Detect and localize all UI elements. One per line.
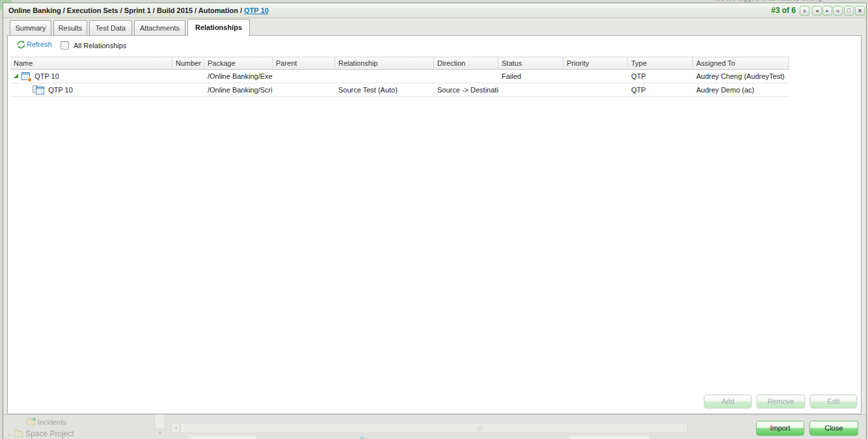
- scrollbar-grip-icon: [477, 426, 483, 431]
- status-cell: [498, 83, 563, 96]
- relationships-table: Name Number Package Parent Relationship …: [10, 57, 789, 97]
- priority-cell: [563, 83, 628, 96]
- folder-icon: [14, 431, 23, 437]
- number-cell: [172, 70, 204, 83]
- priority-cell: [563, 70, 628, 83]
- linked-test-run-icon: [33, 85, 44, 94]
- failed-badge-icon: [27, 78, 32, 82]
- import-button[interactable]: Import: [756, 421, 804, 436]
- add-button[interactable]: Add: [704, 395, 752, 408]
- background-field: [568, 435, 650, 439]
- column-header-package[interactable]: Package: [204, 57, 273, 70]
- dialog-header: Online Banking / Execution Sets / Sprint…: [3, 3, 866, 18]
- name-cell: QTP 10: [10, 83, 172, 96]
- background-field: [189, 435, 257, 439]
- all-relationships-checkbox[interactable]: [61, 41, 69, 50]
- column-header-direction[interactable]: Direction: [434, 57, 498, 70]
- tab-attachments[interactable]: Attachments: [134, 20, 185, 35]
- table-header-row: Name Number Package Parent Relationship …: [10, 57, 789, 70]
- sidebar-item-incidents: Incidents: [27, 418, 66, 426]
- first-item-button[interactable]: «: [800, 6, 809, 16]
- relationship-cell: Source Test (Auto): [335, 83, 434, 96]
- table-row[interactable]: QTP 10 /Online Banking/Scri Source Test …: [10, 83, 789, 97]
- all-relationships-label: All Relationships: [74, 42, 126, 50]
- package-cell: /Online Banking/Scri: [204, 83, 273, 96]
- previous-item-button[interactable]: ◂: [812, 6, 822, 16]
- footer-band: Incidents ▷Space Project ▼ ◂ Import Clos…: [3, 414, 866, 439]
- tab-relationships[interactable]: Relationships: [187, 19, 250, 36]
- assigned-to-cell: Audrey Cheng (AudreyTest): [693, 70, 789, 83]
- relationships-toolbar: Refresh All Relationships: [8, 36, 861, 54]
- logged-in-text: You are logged in as Audrey Cheng: [712, 0, 849, 2]
- direction-cell: [434, 70, 498, 83]
- assigned-to-cell: Audrey Demo (ac): [693, 83, 789, 96]
- breadcrumb-path: Online Banking / Execution Sets / Sprint…: [8, 7, 244, 14]
- last-item-button[interactable]: »: [833, 6, 843, 16]
- table-row[interactable]: QTP 10 /Online Banking/Exe Failed QTP Au…: [10, 70, 789, 83]
- name-cell: QTP 10: [10, 70, 172, 83]
- horizontal-scrollbar[interactable]: [180, 423, 688, 433]
- column-header-status[interactable]: Status: [498, 57, 563, 70]
- tab-results[interactable]: Results: [53, 20, 87, 35]
- refresh-button[interactable]: Refresh: [17, 40, 52, 49]
- incidents-icon: [27, 419, 35, 425]
- column-header-name[interactable]: Name: [10, 57, 172, 70]
- test-run-details-dialog: Online Banking / Execution Sets / Sprint…: [3, 3, 867, 439]
- number-cell: [172, 83, 204, 96]
- sidebar-item-label: Incidents: [38, 418, 66, 426]
- column-header-relationship[interactable]: Relationship: [335, 57, 434, 70]
- next-item-button[interactable]: ▸: [822, 6, 832, 16]
- close-button[interactable]: Close: [809, 421, 858, 436]
- row-name: QTP 10: [48, 86, 73, 94]
- parent-cell: [273, 70, 335, 83]
- edit-button[interactable]: Edit: [810, 395, 857, 408]
- status-cell: Failed: [498, 70, 563, 83]
- column-header-assigned-to[interactable]: Assigned To: [693, 57, 789, 70]
- tree-collapsed-icon: ▷: [8, 432, 12, 438]
- breadcrumb-current-link[interactable]: QTP 10: [244, 7, 269, 14]
- close-icon[interactable]: ×: [855, 6, 865, 16]
- maximize-icon[interactable]: □: [844, 6, 854, 16]
- direction-cell: Source -> Destinatic: [434, 83, 498, 96]
- tab-summary[interactable]: Summary: [10, 20, 51, 35]
- refresh-icon: [17, 40, 25, 49]
- package-cell: /Online Banking/Exe: [204, 70, 273, 83]
- background-globe-icon: [360, 436, 364, 439]
- sidebar-item-label: Space Project: [25, 429, 74, 438]
- tree-collapse-icon[interactable]: [13, 70, 20, 83]
- pager-position-label: #3 of 6: [732, 3, 796, 18]
- sidebar-item-space-project: ▷Space Project: [8, 429, 74, 438]
- relationship-cell: [335, 70, 434, 83]
- test-run-icon: [21, 72, 30, 80]
- scroll-down-icon[interactable]: ▼: [156, 431, 165, 437]
- column-header-parent[interactable]: Parent: [273, 57, 335, 70]
- parent-cell: [273, 83, 335, 96]
- column-header-type[interactable]: Type: [628, 57, 693, 70]
- breadcrumb: Online Banking / Execution Sets / Sprint…: [8, 3, 269, 18]
- type-cell: QTP: [628, 83, 693, 96]
- vertical-scrollbar-thumb[interactable]: [154, 414, 165, 429]
- scroll-left-icon[interactable]: ◂: [171, 423, 180, 433]
- row-name: QTP 10: [34, 72, 59, 80]
- column-header-number[interactable]: Number: [172, 57, 204, 70]
- type-cell: QTP: [628, 70, 693, 83]
- refresh-label: Refresh: [27, 40, 52, 48]
- column-header-priority[interactable]: Priority: [563, 57, 628, 70]
- relationships-panel: Refresh All Relationships Name Number Pa…: [7, 35, 861, 414]
- tab-test-data[interactable]: Test Data: [89, 20, 132, 35]
- remove-button[interactable]: Remove: [757, 395, 805, 408]
